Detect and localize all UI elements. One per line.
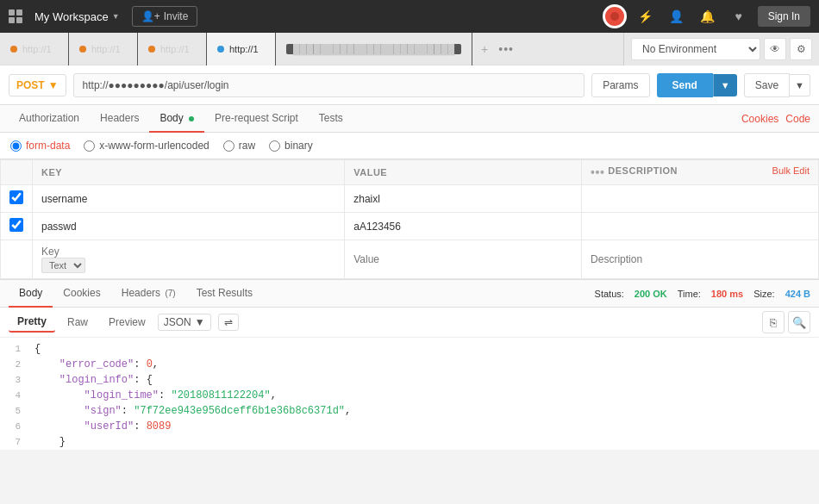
radio-raw-input[interactable] — [223, 140, 234, 152]
row2-checkbox[interactable] — [9, 218, 23, 232]
user-plus-icon: 👤+ — [141, 10, 160, 22]
preview-button[interactable]: Preview — [100, 313, 154, 332]
new-row-checkbox-cell — [1, 240, 33, 279]
tab-5[interactable]: ████████████████████████ — [276, 33, 472, 65]
save-dropdown-button[interactable]: ▼ — [790, 74, 810, 96]
response-tabs: Body Cookies Headers (7) Test Results St… — [0, 280, 819, 308]
size-label: Size: — [753, 289, 774, 299]
line-num-6: 6 — [0, 419, 28, 434]
sign-in-button[interactable]: Sign In — [758, 6, 810, 27]
params-button[interactable]: Params — [591, 73, 649, 97]
radio-form-data[interactable]: form-data — [10, 140, 70, 152]
row1-description — [582, 185, 819, 213]
form-data-label: form-data — [26, 140, 70, 152]
tab-dot-4 — [217, 46, 224, 53]
add-tab-button[interactable]: + — [478, 40, 491, 58]
resp-tab-body[interactable]: Body — [9, 280, 53, 308]
line-content-2: "error_code": 0, — [28, 357, 819, 372]
save-button[interactable]: Save — [744, 73, 790, 97]
more-options-icon[interactable]: ••• — [591, 165, 604, 179]
code-line-3: 3 "login_info": { — [0, 372, 819, 388]
url-input[interactable] — [73, 73, 585, 97]
search-button[interactable]: 🔍 — [788, 311, 810, 333]
record-icon[interactable] — [603, 4, 627, 28]
radio-binary[interactable]: binary — [269, 140, 313, 152]
params-table-container: KEY VALUE DESCRIPTION ••• Bulk Edit — [0, 159, 819, 279]
time-label: Time: — [678, 289, 701, 299]
new-value-input[interactable] — [353, 253, 572, 265]
send-group: Send ▼ — [657, 73, 737, 97]
send-button[interactable]: Send — [657, 73, 713, 97]
tab-body[interactable]: Body — [149, 105, 204, 133]
row1-key: username — [33, 185, 345, 213]
env-section: No Environment 👁 ⚙ — [623, 33, 819, 65]
tab-dot-3 — [148, 46, 155, 53]
workspace-label: My Workspace — [34, 10, 109, 23]
table-row: username zhaixl — [1, 185, 819, 213]
workspace-button[interactable]: My Workspace ▼ — [29, 7, 125, 27]
time-value: 180 ms — [711, 289, 743, 299]
tab-tests[interactable]: Tests — [309, 105, 353, 133]
env-select[interactable]: No Environment — [631, 38, 760, 60]
new-key-input[interactable] — [41, 246, 335, 258]
tab-4[interactable]: http://1 — [207, 33, 276, 65]
new-desc-input[interactable] — [591, 253, 810, 265]
tab-label-4: http://1 — [229, 44, 259, 54]
tab-label-1: http://1 — [22, 44, 52, 54]
tab-pre-request[interactable]: Pre-request Script — [204, 105, 309, 133]
new-row-value-cell — [345, 240, 582, 279]
resp-tab-test-results[interactable]: Test Results — [186, 280, 263, 308]
settings-icon-button[interactable]: ⚙ — [790, 38, 812, 60]
body-active-dot — [189, 116, 194, 121]
bulk-edit-button[interactable]: Bulk Edit — [772, 165, 810, 176]
th-description: DESCRIPTION ••• Bulk Edit — [582, 160, 819, 185]
bell-icon[interactable]: 🔔 — [696, 4, 720, 28]
user-icon[interactable]: 👤 — [665, 4, 689, 28]
heart-icon[interactable]: ♥ — [727, 4, 751, 28]
table-row: passwd aA123456 — [1, 213, 819, 240]
chevron-down-icon: ▼ — [112, 12, 120, 21]
tab-authorization[interactable]: Authorization — [9, 105, 90, 133]
row2-description — [582, 213, 819, 240]
code-link[interactable]: Code — [785, 113, 810, 125]
radio-urlencoded-input[interactable] — [84, 140, 95, 152]
app-logo[interactable] — [9, 9, 22, 23]
pretty-button[interactable]: Pretty — [9, 312, 55, 333]
radio-binary-input[interactable] — [269, 140, 280, 152]
resp-tab-cookies[interactable]: Cookies — [53, 280, 110, 308]
line-num-7: 7 — [0, 434, 28, 450]
chevron-down-icon: ▼ — [195, 316, 205, 328]
more-tabs-button[interactable]: ••• — [495, 40, 517, 58]
wrap-button[interactable]: ⇌ — [218, 314, 239, 331]
raw-button[interactable]: Raw — [59, 313, 97, 332]
copy-button[interactable]: ⎘ — [762, 311, 785, 333]
method-select[interactable]: POST ▼ — [9, 74, 66, 96]
response-panel: Body Cookies Headers (7) Test Results St… — [0, 279, 819, 450]
tabs-container: http://1 http://1 http://1 http://1 ████… — [0, 33, 623, 65]
code-line-1: 1 { — [0, 341, 819, 357]
raw-label: raw — [239, 140, 255, 152]
tab-2[interactable]: http://1 — [69, 33, 138, 65]
type-select[interactable]: Text File — [41, 258, 85, 273]
invite-button[interactable]: 👤+ Invite — [132, 6, 198, 27]
row1-checkbox-cell — [1, 185, 33, 213]
radio-urlencoded[interactable]: x-www-form-urlencoded — [84, 140, 209, 152]
new-row-desc-cell — [582, 240, 819, 279]
radio-raw[interactable]: raw — [223, 140, 255, 152]
send-dropdown-button[interactable]: ▼ — [713, 74, 737, 96]
radio-form-data-input[interactable] — [10, 140, 22, 152]
cookies-link[interactable]: Cookies — [741, 113, 778, 125]
lightning-icon[interactable]: ⚡ — [634, 4, 658, 28]
tab-3[interactable]: http://1 — [138, 33, 207, 65]
line-num-2: 2 — [0, 357, 28, 372]
row2-key: passwd — [33, 213, 345, 240]
eye-icon-button[interactable]: 👁 — [764, 38, 786, 60]
tab-headers[interactable]: Headers — [90, 105, 149, 133]
tab-1[interactable]: http://1 — [0, 33, 69, 65]
status-value: 200 OK — [635, 289, 667, 299]
format-select[interactable]: JSON ▼ — [158, 314, 211, 331]
tab-label-5: ████████████████████████ — [286, 44, 461, 54]
resp-tab-headers[interactable]: Headers (7) — [111, 280, 186, 308]
response-toolbar: Pretty Raw Preview JSON ▼ ⇌ ⎘ 🔍 — [0, 308, 819, 338]
row1-checkbox[interactable] — [9, 190, 23, 204]
